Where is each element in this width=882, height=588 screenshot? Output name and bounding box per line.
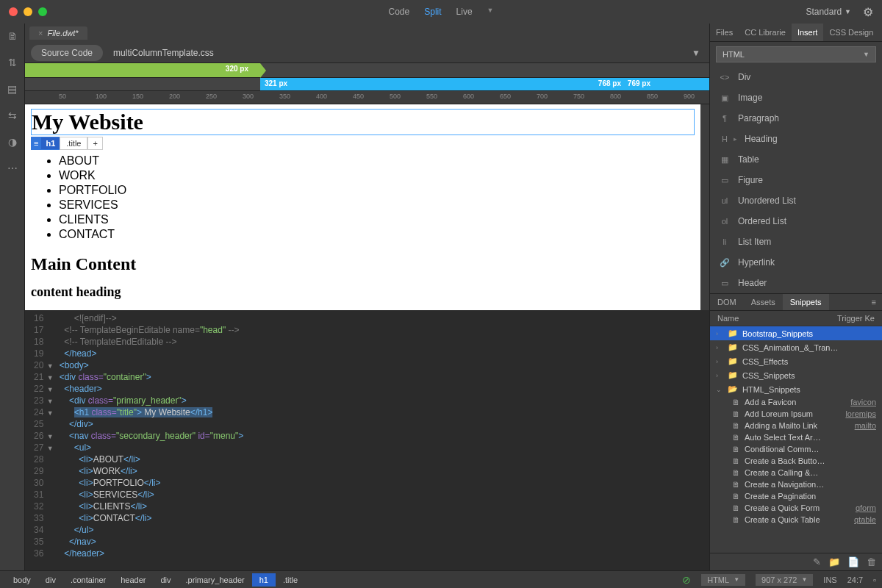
breadcrumb-item[interactable]: div	[38, 573, 63, 587]
filter-icon[interactable]: ▼	[692, 48, 700, 58]
bottom-tab[interactable]: Snippets	[783, 294, 829, 310]
insert-item[interactable]: ¶Paragraph	[710, 108, 882, 129]
delete-icon[interactable]: 🗑	[867, 556, 876, 567]
snippet-folder[interactable]: ›📁CSS_Effects	[710, 354, 882, 368]
add-folder-icon[interactable]: ✎	[813, 556, 821, 567]
panel-tab[interactable]: Insert	[792, 24, 824, 41]
insert-item[interactable]: olOrdered List	[710, 211, 882, 232]
hamburger-icon[interactable]: ≡	[31, 137, 41, 149]
insert-mode[interactable]: INS	[823, 576, 836, 584]
maximize-window-icon[interactable]	[38, 7, 47, 16]
nav-item[interactable]: CONTACT	[59, 228, 695, 241]
breadcrumb-item[interactable]: div	[154, 573, 179, 587]
live-preview-pane[interactable]: My Website ≡ h1 .title + ABOUTWORKPORTFO…	[25, 104, 709, 310]
add-class-button[interactable]: +	[87, 137, 102, 150]
breadcrumb-item[interactable]: .container	[63, 573, 113, 587]
nav-item[interactable]: WORK	[59, 169, 695, 182]
element-tag-overlay[interactable]: ≡ h1 .title +	[31, 137, 103, 150]
breadcrumb-item[interactable]: .title	[276, 573, 305, 587]
view-mode-live[interactable]: Live	[456, 7, 473, 17]
snippet-file[interactable]: 🗎Conditional Comm…	[710, 443, 882, 455]
nav-item[interactable]: ABOUT	[59, 154, 695, 168]
insert-item[interactable]: 🔗Hyperlink	[710, 252, 882, 273]
extract-icon[interactable]: ▤	[6, 82, 19, 96]
more-icon[interactable]: ⋯	[6, 162, 19, 175]
bottom-panel-tabs: DOMAssetsSnippets≡	[710, 293, 882, 311]
panel-tab[interactable]: CSS Design	[823, 24, 879, 41]
file-icon: 🗎	[732, 409, 740, 418]
insert-item[interactable]: <>Div	[710, 67, 882, 87]
color-icon[interactable]: ◑	[6, 135, 19, 148]
snippet-folder[interactable]: ›📁Bootstrap_Snippets	[710, 326, 882, 340]
settings-gear-icon[interactable]: ⚙	[863, 5, 873, 19]
close-window-icon[interactable]	[9, 7, 18, 16]
related-css-tab[interactable]: multiColumnTemplate.css	[103, 43, 224, 62]
nav-item[interactable]: CLIENTS	[59, 213, 695, 226]
ruler-tick: 200	[169, 93, 180, 100]
insert-category-dropdown[interactable]: HTML ▼	[716, 46, 876, 62]
snippet-file[interactable]: 🗎Create a Pagination	[710, 490, 882, 502]
snippet-file[interactable]: 🗎Auto Select Text Ar…	[710, 431, 882, 443]
minimize-window-icon[interactable]	[24, 7, 32, 16]
snippet-file[interactable]: 🗎Create a Navigation…	[710, 478, 882, 490]
insert-item-icon: ▣	[719, 93, 731, 103]
insert-item[interactable]: ulUnordered List	[710, 190, 882, 211]
code-editor[interactable]: 16 17 18 19 20 ▼21 ▼22 ▼23 ▼24 ▼25 26 ▼2…	[25, 310, 709, 570]
file-tab[interactable]: × File.dwt*	[29, 26, 87, 40]
manage-icon[interactable]: ⇅	[6, 56, 19, 69]
view-mode-dropdown-icon[interactable]: ▼	[487, 7, 494, 17]
snippet-file[interactable]: 🗎Adding a Mailto Linkmailto	[710, 420, 882, 431]
view-mode-split[interactable]: Split	[424, 7, 441, 17]
snippet-file[interactable]: 🗎Create a Calling &…	[710, 467, 882, 478]
bottom-tab[interactable]: DOM	[710, 294, 744, 310]
preview-h1-title[interactable]: My Website	[31, 109, 695, 135]
file-icon: 🗎	[732, 515, 740, 524]
breadcrumb-item[interactable]: body	[6, 573, 38, 587]
class-title-badge[interactable]: .title	[60, 137, 87, 150]
insert-item[interactable]: ▭Figure	[710, 170, 882, 190]
snippet-folder-open[interactable]: ⌄📂HTML_Snippets	[710, 382, 882, 396]
dimensions-select[interactable]: 907 x 272▼	[756, 574, 813, 586]
insert-item-label: List Item	[738, 237, 771, 247]
insert-item-label: Table	[738, 154, 759, 165]
statusbar: bodydiv.containerheaderdiv.primary_heade…	[0, 570, 882, 588]
snippet-folder[interactable]: ›📁CSS_Snippets	[710, 368, 882, 382]
preview-nav-list: ABOUTWORKPORTFOLIOSERVICESCLIENTSCONTACT	[59, 154, 695, 241]
breadcrumb-item[interactable]: h1	[252, 573, 276, 587]
insert-item[interactable]: ▣Image	[710, 87, 882, 108]
snippet-file[interactable]: 🗎Add a Faviconfavicon	[710, 396, 882, 408]
panel-tab[interactable]: CC Librarie	[739, 24, 792, 41]
snippet-folder[interactable]: ›📁CSS_Animation_&_Tran…	[710, 340, 882, 354]
language-select[interactable]: HTML▼	[701, 574, 745, 586]
breadcrumb-item[interactable]: .primary_header	[179, 573, 252, 587]
bottom-tab[interactable]: Assets	[744, 294, 783, 310]
file-icon[interactable]: 🗎	[6, 29, 19, 43]
snippet-file[interactable]: 🗎Create a Back Butto…	[710, 455, 882, 467]
overflow-icon[interactable]: ▫	[873, 576, 876, 584]
file-icon: 🗎	[732, 421, 740, 430]
settings-icon[interactable]: ⇆	[6, 109, 19, 122]
breadcrumb-item[interactable]: header	[113, 573, 153, 587]
source-code-tab[interactable]: Source Code	[31, 45, 103, 61]
new-folder-icon[interactable]: 📁	[828, 556, 840, 567]
panel-tab[interactable]: Files	[710, 24, 739, 41]
insert-item[interactable]: ▦Table	[710, 149, 882, 170]
nav-item[interactable]: SERVICES	[59, 198, 695, 212]
insert-item[interactable]: liList Item	[710, 232, 882, 252]
new-snippet-icon[interactable]: 📄	[847, 556, 859, 567]
breakpoint-bar-bottom[interactable]: 321 px 768 px 769 px	[25, 78, 709, 91]
workspace-selector[interactable]: Standard ▼	[806, 7, 851, 17]
view-mode-code[interactable]: Code	[389, 7, 410, 17]
insert-item[interactable]: ▭Header	[710, 273, 882, 293]
panel-menu-icon[interactable]: ≡	[866, 294, 882, 310]
snippet-file[interactable]: 🗎Create a Quick Formqform	[710, 502, 882, 514]
close-tab-icon[interactable]: ×	[38, 29, 43, 37]
snippet-file[interactable]: 🗎Add Loreum Ipsumloremips	[710, 408, 882, 420]
nav-item[interactable]: PORTFOLIO	[59, 184, 695, 197]
validation-ok-icon[interactable]: ⊘	[682, 574, 691, 586]
snippet-file[interactable]: 🗎Create a Quick Tableqtable	[710, 514, 882, 526]
code-lines[interactable]: <![endif]--> <!-- TemplateBeginEditable …	[60, 310, 244, 570]
insert-item[interactable]: H▸Heading	[710, 129, 882, 149]
breakpoint-bar-top[interactable]: 320 px	[25, 63, 709, 78]
tag-h1-badge[interactable]: h1	[41, 137, 60, 149]
